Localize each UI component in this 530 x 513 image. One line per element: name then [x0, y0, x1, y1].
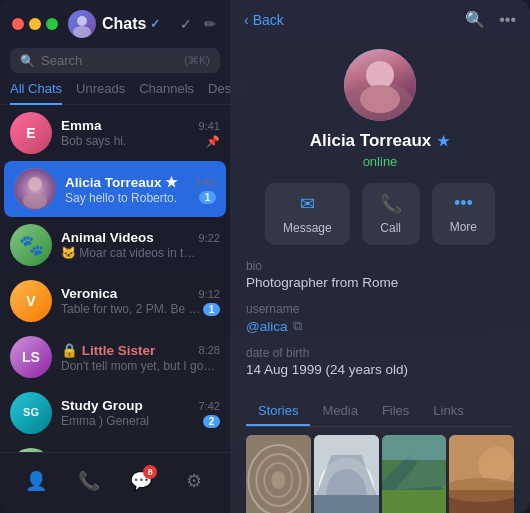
- svg-point-24: [479, 447, 514, 483]
- call-action-button[interactable]: 📞 Call: [362, 183, 420, 245]
- more-icon: •••: [454, 193, 473, 214]
- message-label: Message: [283, 221, 332, 235]
- header-actions: ✓ ✏: [178, 14, 218, 34]
- compose-button[interactable]: ✏: [202, 14, 218, 34]
- back-button[interactable]: ‹ Back: [244, 12, 284, 28]
- tab-all-chats[interactable]: All Chats: [10, 79, 62, 105]
- svg-point-1: [73, 26, 91, 38]
- profile-section: Alicia Torreaux ★ online ✉ Message 📞 Cal…: [230, 39, 530, 259]
- avatar-study: SG: [10, 392, 52, 434]
- username-value[interactable]: @alica ⧉: [246, 318, 514, 334]
- media-tabs: Stories Media Files Links: [246, 397, 514, 427]
- nav-settings-button[interactable]: ⚙: [176, 463, 212, 499]
- chat-item-animal[interactable]: 🐾 Animal Videos 9:22 🐱 Moar cat videos i…: [0, 217, 230, 273]
- call-label: Call: [380, 221, 401, 235]
- tab-unreads[interactable]: Unreads: [76, 79, 125, 98]
- chat-content-animal: Animal Videos 9:22 🐱 Moar cat videos in …: [61, 230, 220, 260]
- search-button[interactable]: 🔍: [465, 10, 485, 29]
- chat-name-animal: Animal Videos: [61, 230, 154, 245]
- more-label: More: [450, 220, 477, 234]
- search-icon: 🔍: [465, 11, 485, 28]
- username-text: @alica: [246, 319, 287, 334]
- tab-channels[interactable]: Channels: [139, 79, 194, 98]
- minimize-button[interactable]: [29, 18, 41, 30]
- svg-rect-16: [314, 495, 379, 513]
- checkmark-button[interactable]: ✓: [178, 14, 194, 34]
- svg-point-3: [28, 177, 42, 191]
- profile-avatar[interactable]: [344, 49, 416, 121]
- chat-time-veronica: 9:12: [199, 288, 220, 300]
- media-tab-media[interactable]: Media: [310, 397, 369, 426]
- chat-content-veronica: Veronica 9:12 Table for two, 2 PM. Be th…: [61, 286, 220, 316]
- media-grid: [230, 427, 530, 513]
- chat-item-sister[interactable]: LS 🔒 Little Sister 8:28 Don't tell mom y…: [0, 329, 230, 385]
- nav-chats-button[interactable]: 💬 8: [123, 463, 159, 499]
- media-thumb-2[interactable]: [314, 435, 379, 513]
- chat-content-emma: Emma 9:41 Bob says hi. 📌: [61, 118, 220, 148]
- chat-item-emma[interactable]: E Emma 9:41 Bob says hi. 📌: [0, 105, 230, 161]
- message-icon: ✉: [300, 193, 315, 215]
- chat-content-alicia: Alicia Torreaux ★ 9:41 Say hello to Robe…: [65, 174, 216, 205]
- chat-time-alicia: 9:41: [195, 176, 216, 188]
- copy-icon[interactable]: ⧉: [293, 318, 302, 334]
- chat-content-study: Study Group 7:42 Emma ) General 2: [61, 398, 220, 428]
- nav-calls-button[interactable]: 📞: [71, 463, 107, 499]
- ellipsis-icon: •••: [499, 11, 516, 28]
- chat-list: E Emma 9:41 Bob says hi. 📌: [0, 105, 230, 452]
- right-panel: ‹ Back 🔍 •••: [230, 0, 530, 513]
- chat-item-veronica[interactable]: V Veronica 9:12 Table for two, 2 PM. Be …: [0, 273, 230, 329]
- avatar-alicia: [14, 168, 56, 210]
- profile-name-text: Alicia Torreaux: [310, 131, 432, 151]
- right-header: ‹ Back 🔍 •••: [230, 0, 530, 39]
- more-action-button[interactable]: ••• More: [432, 183, 495, 245]
- call-icon: 📞: [380, 193, 402, 215]
- chat-time-emma: 9:41: [199, 120, 220, 132]
- user-avatar[interactable]: [68, 10, 96, 38]
- avatar-sister: LS: [10, 336, 52, 378]
- media-thumb-3[interactable]: [382, 435, 447, 513]
- chat-item-lucy[interactable]: LG Lucy Garner ✓✓ 7:38 🎥 Video Message: [0, 441, 230, 452]
- message-action-button[interactable]: ✉ Message: [265, 183, 350, 245]
- search-placeholder: Search: [41, 53, 82, 68]
- chat-name-emma: Emma: [61, 118, 102, 133]
- contacts-icon: 👤: [25, 470, 47, 492]
- profile-star-icon: ★: [437, 133, 450, 149]
- media-thumb-1[interactable]: [246, 435, 311, 513]
- dob-value: 14 Aug 1999 (24 years old): [246, 362, 514, 377]
- chat-name-sister: 🔒 Little Sister: [61, 342, 155, 358]
- avatar-emma: E: [10, 112, 52, 154]
- chat-name-veronica: Veronica: [61, 286, 117, 301]
- svg-point-12: [271, 471, 285, 489]
- sidebar-header: Chats ✓ ✓ ✏: [0, 0, 230, 44]
- calls-icon: 📞: [78, 470, 100, 492]
- close-button[interactable]: [12, 18, 24, 30]
- avatar-lucy: LG: [10, 448, 52, 452]
- chat-item-study[interactable]: SG Study Group 7:42 Emma ) General 2: [0, 385, 230, 441]
- media-tab-stories[interactable]: Stories: [246, 397, 310, 426]
- avatar-veronica: V: [10, 280, 52, 322]
- profile-name: Alicia Torreaux ★: [310, 131, 451, 151]
- maximize-button[interactable]: [46, 18, 58, 30]
- chat-item-alicia[interactable]: Alicia Torreaux ★ 9:41 Say hello to Robe…: [4, 161, 226, 217]
- bio-value: Photographer from Rome: [246, 275, 514, 290]
- search-bar[interactable]: 🔍 Search (⌘K): [10, 48, 220, 73]
- action-buttons: ✉ Message 📞 Call ••• More: [265, 183, 495, 245]
- window-controls: [12, 18, 58, 30]
- svg-point-26: [449, 478, 514, 502]
- chat-preview-sister: Don't tell mom yet, but I got the job! I…: [61, 359, 216, 373]
- username-label: username: [246, 302, 514, 316]
- avatar-animal: 🐾: [10, 224, 52, 266]
- more-button[interactable]: •••: [499, 10, 516, 29]
- media-thumb-4[interactable]: [449, 435, 514, 513]
- dob-label: date of birth: [246, 346, 514, 360]
- chat-preview-alicia: Say hello to Roberto.: [65, 191, 177, 205]
- sidebar: Chats ✓ ✓ ✏ 🔍 Search (⌘K) All Chats Unre…: [0, 0, 230, 513]
- back-label: Back: [253, 12, 284, 28]
- svg-point-4: [23, 193, 47, 209]
- pin-icon-emma: 📌: [206, 135, 220, 148]
- title-text: Chats: [102, 15, 146, 33]
- chat-name-study: Study Group: [61, 398, 143, 413]
- nav-contacts-button[interactable]: 👤: [18, 463, 54, 499]
- media-tab-links[interactable]: Links: [421, 397, 475, 426]
- media-tab-files[interactable]: Files: [370, 397, 421, 426]
